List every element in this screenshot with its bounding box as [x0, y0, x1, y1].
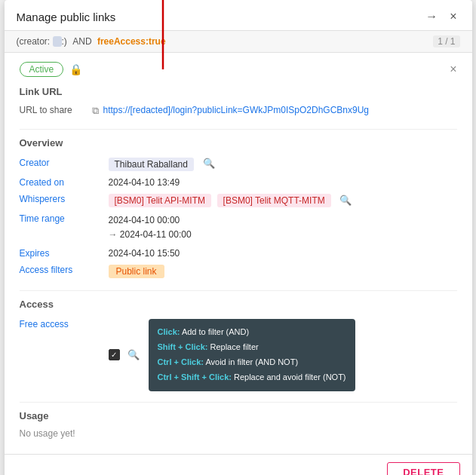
- copy-url-icon[interactable]: ⧉: [92, 105, 99, 117]
- filter-paren-close: :): [62, 36, 67, 47]
- filter-creator-label: (creator:: [17, 36, 51, 47]
- active-badge[interactable]: Active: [20, 62, 64, 77]
- created-on-row: Created on 2024-04-10 13:49: [20, 174, 457, 191]
- lock-icon: 🔒: [69, 63, 82, 75]
- link-url-title: Link URL: [20, 86, 457, 97]
- filter-tooltip: Click: Add to filter (AND) Shift + Click…: [149, 319, 355, 391]
- whisperer-search-icon[interactable]: 🔍: [339, 195, 352, 206]
- free-access-search-icon[interactable]: 🔍: [127, 349, 140, 360]
- usage-section: Usage No usage yet!: [20, 410, 457, 439]
- manage-public-links-modal: Manage public links → × (creator: :) AND…: [5, 0, 472, 475]
- time-range-row: Time range 2024-04-10 00:00 → 2024-04-11…: [20, 210, 457, 245]
- filter-count: 1 / 1: [433, 35, 459, 48]
- modal-title: Manage public links: [17, 11, 116, 23]
- divider-2: [20, 290, 457, 291]
- time-range-to: 2024-04-11 00:00: [120, 229, 192, 240]
- external-link-icon[interactable]: →: [422, 9, 441, 24]
- free-access-label: Free access: [20, 319, 103, 329]
- created-on-label: Created on: [20, 177, 103, 188]
- url-to-share-row: URL to share ⧉ https://[redacted]/login?…: [20, 103, 457, 117]
- whisperers-label: Whisperers: [20, 194, 103, 204]
- url-to-share-label: URL to share: [20, 105, 88, 115]
- filter-and-label: AND: [72, 36, 91, 47]
- filter-free-access: freeAccess:true: [97, 36, 166, 47]
- time-range-arrow: →: [109, 229, 120, 240]
- creator-search-icon[interactable]: 🔍: [203, 158, 215, 169]
- expires-value: 2024-04-10 15:50: [109, 248, 180, 259]
- tooltip-ctrl-shift-text: Replace and avoid filter (NOT): [232, 372, 346, 382]
- access-filters-label: Access filters: [20, 265, 103, 275]
- whisperer-tag-2[interactable]: [BSM0] Telit MQTT-MITM: [217, 194, 331, 207]
- creator-value: Thibaut Raballand: [109, 158, 194, 171]
- url-value[interactable]: https://[redacted]/login?publicLink=GWkJ…: [103, 103, 370, 117]
- section-close-icon[interactable]: ×: [450, 63, 456, 76]
- expires-row: Expires 2024-04-10 15:50: [20, 245, 457, 262]
- modal-header: Manage public links → ×: [5, 0, 472, 31]
- link-url-section: Link URL URL to share ⧉ https://[redacte…: [20, 86, 457, 117]
- modal-body: Active 🔒 × Link URL URL to share ⧉ https…: [5, 53, 472, 454]
- time-range-label: Time range: [20, 213, 103, 224]
- overview-title: Overview: [20, 137, 457, 149]
- free-access-row: Free access 🔍 Click: Add to filter (AND)…: [20, 316, 457, 394]
- status-left: Active 🔒: [20, 62, 83, 77]
- whisperers-row: Whisperers [BSM0] Telit API-MITM [BSM0] …: [20, 191, 457, 210]
- tooltip-click-text: Add to filter (AND): [180, 327, 249, 336]
- free-access-checkbox[interactable]: [109, 349, 120, 360]
- access-filters-row: Access filters Public link: [20, 262, 457, 281]
- tooltip-ctrl-label: Ctrl + Click:: [158, 357, 204, 366]
- whisperer-tag-1[interactable]: [BSM0] Telit API-MITM: [109, 194, 211, 207]
- free-access-checkbox-row: 🔍 Click: Add to filter (AND) Shift + Cli…: [109, 319, 355, 391]
- usage-title: Usage: [20, 410, 457, 421]
- filter-text: (creator: :) AND freeAccess:true: [17, 36, 166, 47]
- creator-label: Creator: [20, 158, 103, 168]
- modal-close-icon[interactable]: ×: [447, 9, 459, 24]
- tooltip-ctrl-shift-label: Ctrl + Shift + Click:: [158, 372, 232, 382]
- expires-label: Expires: [20, 248, 103, 259]
- overview-section: Overview Creator Thibaut Raballand 🔍 Cre…: [20, 137, 457, 281]
- no-usage-text: No usage yet!: [20, 428, 75, 439]
- filter-creator-value: [53, 36, 62, 47]
- access-filter-tag: Public link: [109, 265, 164, 278]
- access-title: Access: [20, 299, 457, 310]
- created-on-value: 2024-04-10 13:49: [109, 177, 180, 188]
- delete-button[interactable]: DELETE: [387, 462, 459, 475]
- creator-row: Creator Thibaut Raballand 🔍: [20, 155, 457, 174]
- modal-header-icons: → ×: [422, 9, 459, 24]
- status-row: Active 🔒 ×: [20, 62, 457, 77]
- time-range-from: 2024-04-10 00:00: [109, 215, 180, 225]
- filter-bar: (creator: :) AND freeAccess:true 1 / 1: [5, 31, 472, 53]
- tooltip-ctrl-text: Avoid in filter (AND NOT): [204, 357, 298, 366]
- access-section: Access Free access 🔍 Click: Add to filte…: [20, 299, 457, 394]
- divider-1: [20, 129, 457, 130]
- modal-footer: DELETE: [5, 454, 472, 475]
- divider-3: [20, 402, 457, 403]
- tooltip-shift-text: Replace filter: [207, 342, 258, 351]
- tooltip-shift-label: Shift + Click:: [158, 342, 208, 351]
- tooltip-click-label: Click:: [158, 327, 180, 336]
- time-range-value: 2024-04-10 00:00 → 2024-04-11 00:00: [109, 213, 192, 242]
